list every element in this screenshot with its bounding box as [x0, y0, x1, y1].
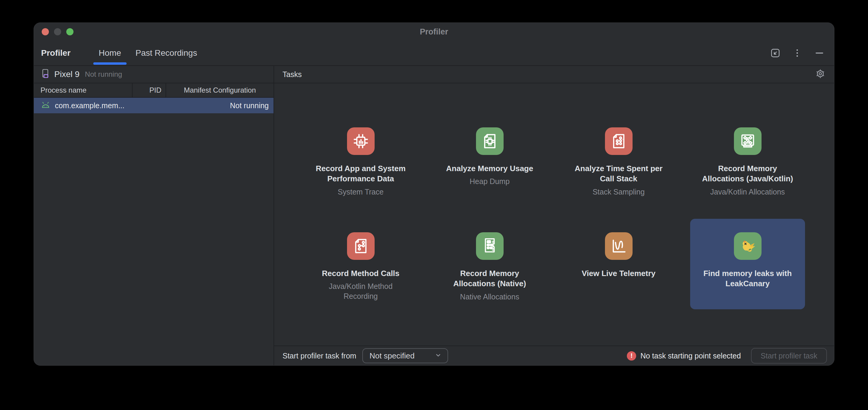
device-row: Pixel 9 Not running [34, 66, 274, 83]
warning-text: No task starting point selected [640, 351, 741, 360]
process-row-selected[interactable]: com.example.mem... Not running [34, 98, 274, 113]
process-status: Not running [230, 101, 269, 110]
tasks-panel: Tasks [274, 66, 834, 365]
native-allocations-icon [476, 232, 504, 260]
tab-past-recordings-label: Past Recordings [135, 48, 197, 58]
live-telemetry-icon [605, 232, 632, 260]
tab-home[interactable]: Home [91, 41, 128, 65]
tasks-header: Tasks [274, 66, 834, 83]
starting-point-dropdown[interactable]: Not specified [362, 348, 448, 363]
stack-sampling-icon [605, 127, 632, 155]
task-card-live-telemetry[interactable]: View Live Telemetry [561, 219, 676, 309]
task-card-subtitle: Native Allocations [460, 292, 519, 302]
dock-restore-icon[interactable] [770, 48, 781, 59]
task-card-subtitle: Heap Dump [470, 176, 509, 186]
system-trace-icon [347, 127, 375, 155]
warning-message: ! No task starting point selected [627, 351, 741, 361]
tab-home-label: Home [99, 48, 121, 58]
task-card-leakcanary[interactable]: Find memory leaks with LeakCanary [690, 219, 805, 309]
process-list-panel: Pixel 9 Not running Process name PID Man… [34, 66, 274, 365]
task-card-method-calls[interactable]: Record Method Calls Java/Kotlin Method R… [303, 219, 418, 309]
heap-dump-icon [476, 127, 504, 155]
settings-gear-icon[interactable] [815, 68, 826, 80]
chevron-down-icon [434, 351, 442, 360]
process-table-header: Process name PID Manifest Configuration [34, 83, 274, 98]
task-card-title: Analyze Time Spent per Call Stack [570, 163, 667, 184]
titlebar: Profiler [34, 23, 834, 41]
app-label: Profiler [41, 48, 70, 58]
task-card-title: Analyze Memory Usage [446, 163, 533, 174]
task-card-subtitle: Java/Kotlin Method Recording [313, 281, 409, 301]
active-tab-underline [93, 62, 127, 65]
task-card-title: Record Memory Allocations (Native) [441, 268, 538, 289]
tasks-title: Tasks [282, 70, 815, 79]
window-title: Profiler [34, 27, 834, 37]
task-card-subtitle: Stack Sampling [593, 187, 645, 197]
column-manifest-configuration[interactable]: Manifest Configuration [165, 83, 274, 97]
close-window-button[interactable] [42, 28, 49, 35]
task-card-title: Record Memory Allocations (Java/Kotlin) [700, 163, 796, 184]
column-pid[interactable]: PID [132, 83, 165, 97]
process-name: com.example.mem... [55, 101, 225, 110]
starting-point-value: Not specified [370, 351, 414, 361]
task-footer: Start profiler task from Not specified !… [274, 346, 834, 365]
task-grid: Record App and System Performance Data S… [303, 114, 805, 346]
task-card-title: Record Method Calls [322, 268, 400, 278]
start-from-label: Start profiler task from [282, 351, 356, 360]
tab-past-recordings[interactable]: Past Recordings [128, 41, 204, 65]
task-card-title: Record App and System Performance Data [313, 163, 409, 184]
task-card-system-trace[interactable]: Record App and System Performance Data S… [303, 114, 418, 204]
task-card-heap-dump[interactable]: Analyze Memory Usage Heap Dump [432, 114, 547, 204]
task-card-subtitle: Java/Kotlin Allocations [710, 187, 785, 197]
profiler-window: Profiler Profiler Home Past Recordings [34, 23, 834, 366]
zoom-window-button[interactable] [66, 28, 73, 35]
device-name: Pixel 9 [54, 70, 80, 79]
traffic-lights [42, 28, 73, 35]
task-card-native-allocations[interactable]: Record Memory Allocations (Native) Nativ… [432, 219, 547, 309]
hide-panel-icon[interactable] [814, 47, 825, 59]
minimize-window-button[interactable] [54, 28, 61, 35]
more-options-icon[interactable] [792, 48, 802, 58]
task-card-title: Find memory leaks with LeakCanary [700, 268, 796, 289]
task-card-title: View Live Telemetry [582, 268, 655, 278]
error-icon: ! [627, 351, 636, 361]
task-card-stack-sampling[interactable]: Analyze Time Spent per Call Stack Stack … [561, 114, 676, 204]
java-kotlin-allocations-icon [734, 127, 762, 155]
task-card-java-kotlin-allocations[interactable]: Record Memory Allocations (Java/Kotlin) … [690, 114, 805, 204]
leakcanary-bird-icon [734, 232, 762, 260]
column-process-name[interactable]: Process name [34, 83, 132, 97]
method-calls-icon [347, 232, 375, 260]
device-status: Not running [85, 70, 122, 78]
android-icon [41, 101, 50, 110]
task-card-subtitle: System Trace [338, 187, 383, 197]
tab-bar: Profiler Home Past Recordings [34, 41, 834, 66]
start-profiler-task-button[interactable]: Start profiler task [751, 348, 827, 364]
device-phone-icon [40, 69, 50, 80]
